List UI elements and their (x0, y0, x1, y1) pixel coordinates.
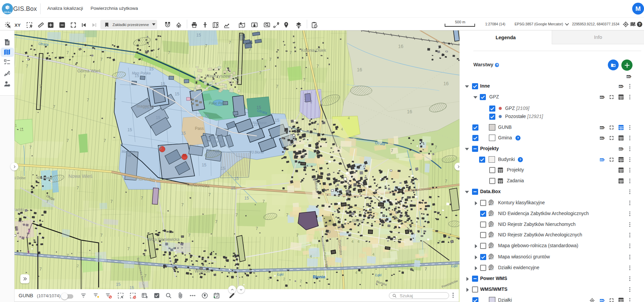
svg-text:abc: abc (600, 137, 604, 139)
svg-text:7: 7 (40, 267, 42, 272)
svg-text:MVT: MVT (489, 246, 494, 249)
svg-text:11: 11 (20, 127, 24, 132)
svg-text:15: 15 (127, 127, 132, 132)
svg-text:9: 9 (349, 233, 352, 237)
svg-text:MVT: MVT (489, 203, 494, 206)
svg-text:7: 7 (181, 203, 184, 207)
svg-text:15: 15 (196, 33, 201, 38)
svg-text:7: 7 (303, 77, 305, 82)
svg-text:15: 15 (221, 166, 225, 171)
svg-text:16: 16 (407, 109, 412, 114)
svg-text:4: 4 (357, 239, 360, 243)
svg-text:Magazyn: Magazyn (122, 150, 135, 154)
svg-text:4: 4 (351, 239, 353, 243)
svg-text:MVT: MVT (489, 257, 494, 260)
svg-text:7: 7 (256, 226, 258, 231)
svg-text:7: 7 (40, 84, 42, 89)
svg-text:7: 7 (276, 84, 278, 89)
svg-text:15: 15 (156, 115, 160, 120)
svg-text:Lidl: Lidl (126, 154, 131, 158)
svg-text:15: 15 (175, 153, 179, 157)
svg-text:7: 7 (83, 74, 86, 79)
svg-text:?: ? (517, 136, 519, 140)
svg-text:4: 4 (310, 254, 312, 258)
svg-text:2: 2 (283, 277, 285, 281)
svg-text:abc: abc (600, 159, 604, 161)
svg-text:7: 7 (141, 57, 143, 62)
svg-text:Nowa Wieś: Nowa Wieś (69, 173, 93, 179)
svg-text:15: 15 (215, 149, 220, 154)
svg-text:7: 7 (77, 186, 79, 190)
svg-text:7: 7 (67, 138, 69, 143)
svg-text:Kolonia Osiek: Kolonia Osiek (301, 48, 326, 53)
svg-text:magazyn: magazyn (137, 104, 154, 109)
svg-text:7: 7 (205, 44, 207, 48)
svg-text:Błonie: Błonie (313, 275, 325, 279)
svg-text:2: 2 (268, 276, 270, 280)
svg-text:7: 7 (215, 219, 218, 224)
svg-text:4: 4 (355, 271, 357, 275)
svg-text:7: 7 (141, 196, 143, 201)
svg-text:4: 4 (412, 269, 414, 273)
svg-text:7: 7 (127, 247, 130, 251)
svg-text:?: ? (639, 23, 641, 26)
svg-text:2: 2 (249, 267, 251, 271)
svg-text:7: 7 (296, 233, 299, 238)
svg-text:7: 7 (435, 145, 437, 150)
svg-text:7: 7 (229, 40, 231, 45)
svg-text:Witanów: Witanów (195, 269, 210, 274)
svg-text:9: 9 (328, 230, 331, 234)
svg-text:7: 7 (425, 267, 427, 272)
svg-text:Pass: Pass (195, 126, 204, 131)
svg-text:7: 7 (263, 199, 265, 204)
svg-text:7: 7 (249, 47, 251, 52)
svg-text:7: 7 (236, 213, 238, 217)
svg-text:7: 7 (290, 50, 292, 55)
svg-text:7: 7 (87, 98, 89, 102)
svg-text:Wawrzyszew: Wawrzyszew (205, 73, 231, 78)
svg-text:7: 7 (323, 189, 326, 194)
svg-text:7: 7 (188, 233, 191, 238)
svg-text:7: 7 (104, 138, 106, 143)
svg-text:15: 15 (275, 118, 279, 123)
svg-text:MVT: MVT (489, 235, 494, 238)
svg-text:2: 2 (300, 279, 302, 283)
svg-text:7: 7 (144, 274, 147, 278)
svg-text:7: 7 (317, 64, 319, 69)
svg-text:Park Błonie: Park Błonie (205, 140, 222, 143)
svg-text:Łąki: Łąki (451, 264, 458, 268)
svg-text:15: 15 (244, 196, 249, 201)
svg-text:9: 9 (28, 229, 30, 234)
svg-text:4: 4 (348, 116, 350, 120)
svg-text:Mars Polska: Mars Polska (132, 71, 150, 75)
svg-text:MVT: MVT (489, 225, 494, 227)
svg-text:Łąki: Łąki (375, 273, 382, 277)
svg-text:MVT: MVT (489, 214, 494, 216)
svg-text:abc: abc (600, 96, 604, 98)
svg-text:Błonie: Błonie (352, 218, 364, 223)
svg-text:7: 7 (168, 50, 170, 55)
svg-text:2: 2 (77, 264, 79, 268)
svg-text:15: 15 (149, 67, 154, 71)
svg-text:4: 4 (339, 145, 341, 149)
svg-text:1: 1 (15, 123, 17, 127)
svg-text:7: 7 (236, 81, 238, 86)
svg-text:16: 16 (357, 67, 362, 72)
svg-text:7: 7 (269, 57, 272, 62)
svg-text:15: 15 (175, 92, 179, 96)
svg-text:P3 Błonie: P3 Błonie (252, 121, 267, 125)
svg-text:4: 4 (372, 252, 374, 256)
svg-text:2: 2 (310, 100, 312, 104)
svg-text:Piorunów: Piorunów (135, 176, 155, 182)
svg-text:15: 15 (160, 82, 165, 86)
svg-text:92 Łódzka: 92 Łódzka (36, 176, 52, 180)
svg-text:7: 7 (29, 145, 32, 150)
svg-text:7: 7 (438, 240, 441, 245)
svg-text:15: 15 (202, 163, 206, 167)
svg-text:Łąki: Łąki (277, 273, 284, 276)
svg-text:abc: abc (627, 75, 631, 78)
svg-text:9: 9 (27, 250, 30, 255)
svg-text:7: 7 (67, 50, 69, 55)
svg-text:7: 7 (53, 104, 55, 109)
svg-text:abc: abc (619, 85, 623, 88)
